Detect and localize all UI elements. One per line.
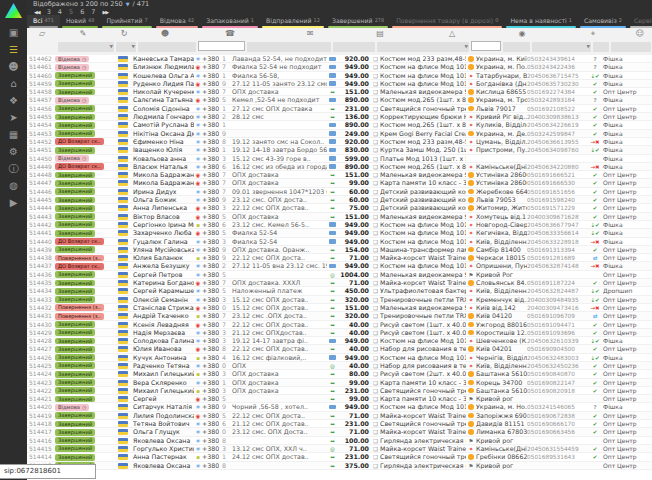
table-row[interactable]: 514429ЗавершенийНадія Мерзаєва✳+380321.1… <box>27 329 652 337</box>
status-refresh-icon[interactable]: ↻ <box>117 29 131 38</box>
product-icon[interactable]: △ <box>445 29 459 38</box>
table-row[interactable]: 514449ДО Возврат ск..Власюк Наталья✳+380… <box>27 163 652 171</box>
payment-filter[interactable] <box>333 42 375 52</box>
table-row[interactable]: 514457Відмова◷Салєгина Татьяна С..◉+3805… <box>27 96 652 104</box>
product-filter[interactable]: ▼ <box>377 42 469 52</box>
delivery-status-cell: ✔ <box>587 321 603 328</box>
ttn-filter[interactable]: ▼ <box>532 42 591 52</box>
table-row[interactable]: 514425ЗавершенийРадченко Тетяна✳+3800ОПХ… <box>27 362 652 370</box>
tab-Новий[interactable]: Новий48 <box>60 15 101 28</box>
status-filter[interactable]: ▼ <box>58 42 114 52</box>
client-icon[interactable]: ☻ <box>158 29 172 38</box>
pencil-icon[interactable]: ✎ <box>76 29 90 38</box>
table-row[interactable]: 514440ДО Возврат ск..Гуцалюк Галина✳+380… <box>27 238 652 246</box>
table-row[interactable]: 514431Повернення (з..Андрій Ткаченко▪+38… <box>27 312 652 320</box>
table-row[interactable]: 514420Відмова◷Ситарчук Наталія Гр..✳+380… <box>27 403 652 411</box>
name-filter[interactable] <box>138 42 196 52</box>
table-row[interactable]: 514413ЗавершенийЯковлева Оксана✳+3808➥37… <box>27 462 652 470</box>
table-row[interactable]: 514423ЗавершенийВера Скляренко✳+3801ОПХ … <box>27 379 652 387</box>
pagination-summary[interactable]: Відображено з 200 по 250▼/ 471 <box>33 0 149 8</box>
table-row[interactable]: 514451ЗавершенийІващенко Юлія✳+380119.12… <box>27 146 652 154</box>
phone-icon[interactable]: ☎ <box>223 29 237 38</box>
order-id: 514434 <box>27 287 55 294</box>
chevron-down-icon[interactable]: ▼ <box>126 1 130 7</box>
table-row[interactable]: 514444ЗавершенийАнна Липенська◉+380322.1… <box>27 204 652 212</box>
table-row[interactable]: 514432Повернення (з..Станіслав Стрижак◉+… <box>27 304 652 312</box>
table-row[interactable]: 514424ЗавершенийМихаил Гилецький▪+3803ОП… <box>27 370 652 378</box>
phone-filter-input[interactable] <box>198 41 245 51</box>
products-icon[interactable]: ❖ <box>0 92 27 109</box>
tab-Запакований[interactable]: Запакований1 <box>200 15 260 28</box>
country-filter[interactable]: ▼ <box>116 42 136 52</box>
tab-Відправлений[interactable]: Відправлений12 <box>260 15 326 28</box>
table-row[interactable]: 514415ЗавершенийГоргулько Христина..✳+38… <box>27 445 652 453</box>
table-row[interactable]: 514438Повернення (з..Юлия Баланюк▪+38092… <box>27 254 652 262</box>
table-row[interactable]: 514435ЗавершенийКатерина Богданова◉+3807… <box>27 279 652 287</box>
table-row[interactable]: 514460ЗавершенийКошелева Ольга Ар..✳+380… <box>27 72 652 80</box>
table-row[interactable]: 514445ЗавершенийОльга Божик✳+380923.12 с… <box>27 196 652 204</box>
city-filter-input[interactable] <box>471 41 501 51</box>
tab-Самовивіз[interactable]: Самовивіз2 <box>578 15 628 28</box>
table-row[interactable]: 514416ЗавершенийЯковлева Оксана✳+3808➥10… <box>27 437 652 445</box>
reports-icon[interactable]: ▦ <box>0 126 27 143</box>
table-row[interactable]: 514455ЗавершенийЛюдмила Гончарова✳+38022… <box>27 113 652 121</box>
table-row[interactable]: 514426ЗавершенийКучук Антонина▪+380416.1… <box>27 354 652 362</box>
table-row[interactable]: 514441ЗавершенийЗахарченко Люба◉+3805Фиа… <box>27 229 652 237</box>
table-row[interactable]: 514448ЗавершенийМикола Бадражан◉+3807ОПХ… <box>27 171 652 179</box>
app-logo-icon[interactable] <box>5 3 22 18</box>
table-row[interactable]: 514461Відмова◷Близнюк Людмила ..◉+3807Фи… <box>27 63 652 71</box>
orders-icon[interactable]: ☰ <box>0 41 27 58</box>
tab-Всі[interactable]: Всі471 <box>27 15 60 28</box>
table-row[interactable]: 514436ЗавершенийСергей Петров✳+3805◎1004… <box>27 271 652 279</box>
table-row[interactable]: 514450Відмова◷Ковальова анна✳+380315.12 … <box>27 155 652 163</box>
table-row[interactable]: 514459ЗавершенийРуденко Лидия Пав..◉+380… <box>27 80 652 88</box>
tab-Сервіси[interactable]: Сервіси0 <box>628 15 652 28</box>
payment-icon[interactable]: ▤ <box>373 29 387 38</box>
table-row[interactable]: 514456ЗавершенийСоломія Сідоніна✳+380127… <box>27 105 652 113</box>
info-icon[interactable]: ⓘ <box>0 160 27 177</box>
tab-Нема в наявності[interactable]: Нема в наявності1 <box>504 15 577 28</box>
tab-Відмова[interactable]: Відмова42 <box>154 15 201 28</box>
table-row[interactable]: 514434ЗавершенийСергей Карамышев✳+3805На… <box>27 287 652 295</box>
network-icon[interactable]: ◍ <box>0 177 27 194</box>
courier-filter[interactable] <box>503 42 530 52</box>
table-row[interactable]: 514446ЗавершенийИрина Дидух✳+380709.01 з… <box>27 188 652 196</box>
table-row[interactable]: 514422ЗавершенийМихаил Гилецький▪+3803ОП… <box>27 387 652 395</box>
table-row[interactable]: 514454ЗавершенийСамотій Руслана Во..✳+38… <box>27 121 652 129</box>
table-row[interactable]: 514418ЗавершенийТетяна Войтович✳+380621.… <box>27 420 652 428</box>
settings-icon[interactable]: ⚙ <box>0 143 27 160</box>
table-row[interactable]: 514428ЗавершенийСолодкова Галина В..✳+38… <box>27 337 652 345</box>
table-row[interactable]: 514419ЗавершенийЛилия Подолинская◉+38052… <box>27 412 652 420</box>
table-row[interactable]: 514417ЗавершенийОльга Глущук✳+380023.12 … <box>27 428 652 436</box>
table-row[interactable]: 514439ЗавершенийУляна Мусійовська✳+3809О… <box>27 246 652 254</box>
chat-icon[interactable]: ✉ <box>303 29 317 38</box>
ttn-icon[interactable]: ⌖ <box>586 29 600 39</box>
tab-Завершений[interactable]: Завершений278 <box>326 15 390 28</box>
recipient-icon[interactable]: ☺ <box>633 29 647 38</box>
table-row[interactable]: 514421ЗавершенийСергей◉+3805➥99.00❑Карта… <box>27 395 652 403</box>
table-row[interactable]: 514447ЗавершенийМикола Бадражан◉+3807ОПХ… <box>27 179 652 187</box>
comment-filter[interactable] <box>247 42 331 52</box>
table-row[interactable]: 514433ЗавершенийОлексій Семанін✳+380315.… <box>27 296 652 304</box>
warehouse-icon[interactable]: ⌂ <box>0 75 27 92</box>
table-row[interactable]: 514458ЗавершенийНиколай Кучеренко✳+3807О… <box>27 88 652 96</box>
video-icon[interactable]: ▶ <box>0 194 27 211</box>
table-row[interactable]: 514462Відмова◷Каневська Тамара ..✳+3801Л… <box>27 55 652 63</box>
table-row[interactable]: 514414ЗавершенийАнна Пастернак▪+380124.1… <box>27 453 652 461</box>
table-row[interactable]: 514452ДО Возврат ск..Єфименко Ніна✳+3808… <box>27 138 652 146</box>
clients-icon[interactable]: ☻ <box>0 58 27 75</box>
delivery-filter[interactable] <box>593 42 609 52</box>
table-row[interactable]: 514430ЗавершенийКсенія Левадняя◉+380722.… <box>27 321 652 329</box>
broadcast-icon[interactable]: ➤ <box>0 109 27 126</box>
table-row[interactable]: 514427ЗавершенийЮлия Иванова◉+380822.12 … <box>27 345 652 353</box>
address-icon[interactable]: ◉ <box>515 29 529 38</box>
tab-Прийнятий[interactable]: Прийнятий7 <box>100 15 153 28</box>
table-row[interactable]: 514437ДО Возврат ск..Анжела Безушку✳+380… <box>27 262 652 270</box>
tab-Повернення товару (в дорозі)[interactable]: Повернення товару (в дорозі)0 <box>390 15 504 28</box>
table-row[interactable]: 514453ЗавершенийНікітіна Оксана Дми..✳+3… <box>27 130 652 138</box>
dashboard-icon[interactable]: ▣ <box>0 24 27 41</box>
table-row[interactable]: 514442ЗавершенийСергіонко Ірина Ми..▪+38… <box>27 221 652 229</box>
tag-icon[interactable]: ▱ <box>35 29 49 38</box>
source-filter[interactable] <box>611 42 651 52</box>
table-row[interactable]: 514443ЗавершенийВіктор Власов◉+3805ОПХ д… <box>27 213 652 221</box>
